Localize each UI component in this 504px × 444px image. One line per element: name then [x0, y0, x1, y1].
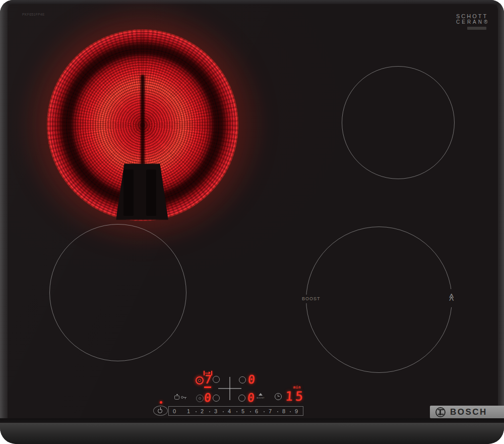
cooktop-photo: BOOST ≪ PKF651FP4E SCHOTT CERAN® 7 0 [0, 0, 504, 444]
burner-terminal-bar [123, 170, 134, 216]
slider-level-2: 2 [201, 408, 204, 414]
display-front-right-level: 0 [247, 392, 255, 404]
boost-icon [259, 393, 263, 396]
burner-front-left [49, 224, 186, 361]
front-trim [0, 423, 504, 444]
slider-level-8: 8 [282, 408, 285, 414]
bosch-badge: BOSCH [430, 406, 504, 418]
zone-select-back-left-button[interactable] [213, 376, 220, 383]
schott-ceran-logo: SCHOTT CERAN® [456, 13, 489, 30]
burner-terminal-bar [146, 170, 156, 216]
slider-level-7: 7 [269, 408, 272, 414]
timer-display: 15 [285, 390, 306, 403]
slider-level-9: 9 [295, 408, 298, 414]
frame-edge-right [497, 0, 504, 444]
power-button[interactable] [153, 406, 168, 416]
slider-level-0: 0 [173, 408, 176, 414]
boost-button-label: BOOST [256, 397, 266, 399]
model-number-label: PKF651FP4E [22, 13, 45, 16]
power-indicator-dot [160, 401, 162, 404]
active-zone-marker [204, 386, 211, 388]
zone-select-front-right-button[interactable] [238, 395, 245, 402]
zone-select-back-right-button[interactable] [239, 376, 246, 383]
slider-level-3: 3 [214, 408, 217, 414]
display-front-left-level: 0 [204, 392, 211, 404]
keylock-icon[interactable] [173, 393, 187, 401]
schott-line2: CERAN® [456, 19, 489, 25]
timer-clock-icon[interactable] [275, 393, 282, 400]
power-level-slider[interactable]: 0 1 2 3 4 5 6 7 8 9 [168, 406, 303, 416]
dual-circuit-indicator-icon [196, 376, 204, 384]
dual-circuit-indicator-inner [198, 379, 201, 382]
bosch-armature-icon [435, 407, 446, 417]
burner-back-right [342, 66, 455, 179]
schott-fineprint [467, 27, 486, 30]
glass-front-seam [0, 418, 504, 423]
zone-cross-divider [229, 377, 230, 400]
slider-level-4: 4 [228, 408, 231, 414]
dual-circuit-button-icon[interactable] [196, 395, 204, 402]
boost-zone-label: BOOST [302, 296, 321, 301]
burner-front-right [306, 227, 452, 373]
brand-label: BOSCH [450, 407, 487, 417]
slider-level-1: 1 [187, 408, 190, 414]
display-back-right-level: 0 [247, 374, 255, 385]
schott-line1: SCHOTT [456, 13, 489, 19]
slider-level-5: 5 [241, 408, 244, 414]
boost-button[interactable]: BOOST [256, 393, 266, 401]
extended-zone-chevron-icon: ≪ [447, 291, 456, 304]
display-back-left-level: 7 [204, 374, 212, 385]
slider-level-6: 6 [255, 408, 258, 414]
zone-select-front-left-button[interactable] [213, 395, 220, 402]
cooktop-body: BOOST ≪ PKF651FP4E SCHOTT CERAN® 7 0 [0, 0, 504, 444]
burner-element-divider [141, 75, 145, 177]
